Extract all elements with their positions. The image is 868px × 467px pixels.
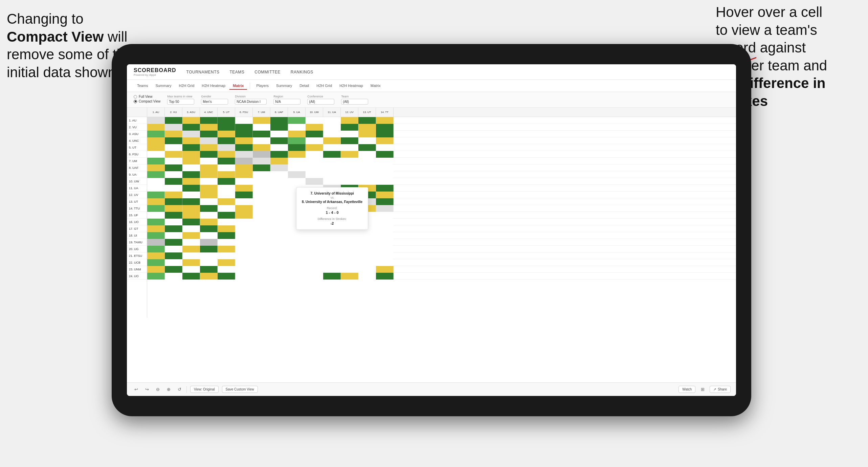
tab-teams[interactable]: Teams bbox=[134, 82, 151, 90]
tab-summary2[interactable]: Summary bbox=[273, 82, 295, 90]
cell-6-9[interactable] bbox=[288, 151, 306, 158]
cell-4-12[interactable] bbox=[341, 137, 358, 144]
tab-matrix1[interactable]: Matrix bbox=[229, 82, 247, 90]
cell-3-7[interactable] bbox=[253, 131, 270, 137]
cell-7-6[interactable] bbox=[235, 158, 253, 164]
cell-2-1[interactable] bbox=[147, 124, 165, 131]
cell-1-3[interactable] bbox=[182, 117, 200, 124]
cell-16-14[interactable] bbox=[376, 219, 394, 225]
cell-22-2[interactable] bbox=[165, 259, 182, 266]
cell-21-14[interactable] bbox=[376, 252, 394, 259]
cell-19-9[interactable] bbox=[288, 239, 306, 246]
cell-14-8[interactable] bbox=[270, 205, 288, 212]
cell-2-11[interactable] bbox=[323, 124, 341, 131]
cell-24-12[interactable] bbox=[341, 273, 358, 280]
cell-16-1[interactable] bbox=[147, 219, 165, 225]
cell-20-5[interactable] bbox=[218, 246, 235, 252]
cell-8-13[interactable] bbox=[358, 164, 376, 171]
cell-20-12[interactable] bbox=[341, 246, 358, 252]
cell-23-7[interactable] bbox=[253, 266, 270, 273]
cell-6-10[interactable] bbox=[306, 151, 323, 158]
cell-24-4[interactable] bbox=[200, 273, 218, 280]
cell-19-3[interactable] bbox=[182, 239, 200, 246]
cell-18-7[interactable] bbox=[253, 232, 270, 239]
cell-21-13[interactable] bbox=[358, 252, 376, 259]
cell-21-11[interactable] bbox=[323, 252, 341, 259]
cell-5-12[interactable] bbox=[341, 144, 358, 151]
cell-19-2[interactable] bbox=[165, 239, 182, 246]
cell-6-7[interactable] bbox=[253, 151, 270, 158]
cell-23-8[interactable] bbox=[270, 266, 288, 273]
cell-21-12[interactable] bbox=[341, 252, 358, 259]
cell-4-9[interactable] bbox=[288, 137, 306, 144]
cell-17-5[interactable] bbox=[218, 225, 235, 232]
cell-20-8[interactable] bbox=[270, 246, 288, 252]
cell-10-12[interactable] bbox=[341, 178, 358, 185]
cell-10-4[interactable] bbox=[200, 178, 218, 185]
redo-icon[interactable]: ↪ bbox=[143, 386, 151, 393]
cell-6-11[interactable] bbox=[323, 151, 341, 158]
cell-24-7[interactable] bbox=[253, 273, 270, 280]
cell-15-3[interactable] bbox=[182, 212, 200, 219]
cell-2-8[interactable] bbox=[270, 124, 288, 131]
cell-4-2[interactable] bbox=[165, 137, 182, 144]
cell-2-9[interactable] bbox=[288, 124, 306, 131]
cell-15-4[interactable] bbox=[200, 212, 218, 219]
cell-1-1[interactable] bbox=[147, 117, 165, 124]
cell-9-1[interactable] bbox=[147, 171, 165, 178]
cell-18-8[interactable] bbox=[270, 232, 288, 239]
cell-11-2[interactable] bbox=[165, 185, 182, 192]
cell-6-3[interactable] bbox=[182, 151, 200, 158]
cell-7-13[interactable] bbox=[358, 158, 376, 164]
cell-1-5[interactable] bbox=[218, 117, 235, 124]
cell-2-3[interactable] bbox=[182, 124, 200, 131]
zoom-out-icon[interactable]: ⊖ bbox=[154, 386, 161, 393]
view-original-button[interactable]: View: Original bbox=[190, 386, 219, 393]
cell-7-10[interactable] bbox=[306, 158, 323, 164]
cell-20-7[interactable] bbox=[253, 246, 270, 252]
cell-4-1[interactable] bbox=[147, 137, 165, 144]
cell-3-3[interactable] bbox=[182, 131, 200, 137]
cell-10-9[interactable] bbox=[288, 178, 306, 185]
cell-12-1[interactable] bbox=[147, 192, 165, 198]
cell-6-8[interactable] bbox=[270, 151, 288, 158]
cell-6-12[interactable] bbox=[341, 151, 358, 158]
cell-23-14[interactable] bbox=[376, 266, 394, 273]
cell-9-13[interactable] bbox=[358, 171, 376, 178]
cell-7-2[interactable] bbox=[165, 158, 182, 164]
cell-12-3[interactable] bbox=[182, 192, 200, 198]
cell-15-5[interactable] bbox=[218, 212, 235, 219]
cell-5-9[interactable] bbox=[288, 144, 306, 151]
cell-5-13[interactable] bbox=[358, 144, 376, 151]
cell-3-2[interactable] bbox=[165, 131, 182, 137]
cell-21-9[interactable] bbox=[288, 252, 306, 259]
cell-8-1[interactable] bbox=[147, 164, 165, 171]
cell-10-1[interactable] bbox=[147, 178, 165, 185]
cell-20-1[interactable] bbox=[147, 246, 165, 252]
cell-19-4[interactable] bbox=[200, 239, 218, 246]
cell-1-4[interactable] bbox=[200, 117, 218, 124]
cell-5-4[interactable] bbox=[200, 144, 218, 151]
cell-24-6[interactable] bbox=[235, 273, 253, 280]
cell-3-8[interactable] bbox=[270, 131, 288, 137]
cell-15-1[interactable] bbox=[147, 212, 165, 219]
cell-22-10[interactable] bbox=[306, 259, 323, 266]
cell-1-13[interactable] bbox=[358, 117, 376, 124]
cell-2-12[interactable] bbox=[341, 124, 358, 131]
cell-1-8[interactable] bbox=[270, 117, 288, 124]
cell-15-8[interactable] bbox=[270, 212, 288, 219]
cell-1-9[interactable] bbox=[288, 117, 306, 124]
cell-12-14[interactable] bbox=[376, 192, 394, 198]
cell-20-3[interactable] bbox=[182, 246, 200, 252]
cell-14-7[interactable] bbox=[253, 205, 270, 212]
cell-23-3[interactable] bbox=[182, 266, 200, 273]
cell-11-1[interactable] bbox=[147, 185, 165, 192]
cell-12-5[interactable] bbox=[218, 192, 235, 198]
cell-22-11[interactable] bbox=[323, 259, 341, 266]
share-button[interactable]: ↗ Share bbox=[710, 386, 731, 393]
cell-5-5[interactable] bbox=[218, 144, 235, 151]
cell-11-14[interactable] bbox=[376, 185, 394, 192]
grid-view-icon[interactable]: ⊞ bbox=[699, 386, 706, 393]
cell-1-7[interactable] bbox=[253, 117, 270, 124]
cell-17-14[interactable] bbox=[376, 225, 394, 232]
